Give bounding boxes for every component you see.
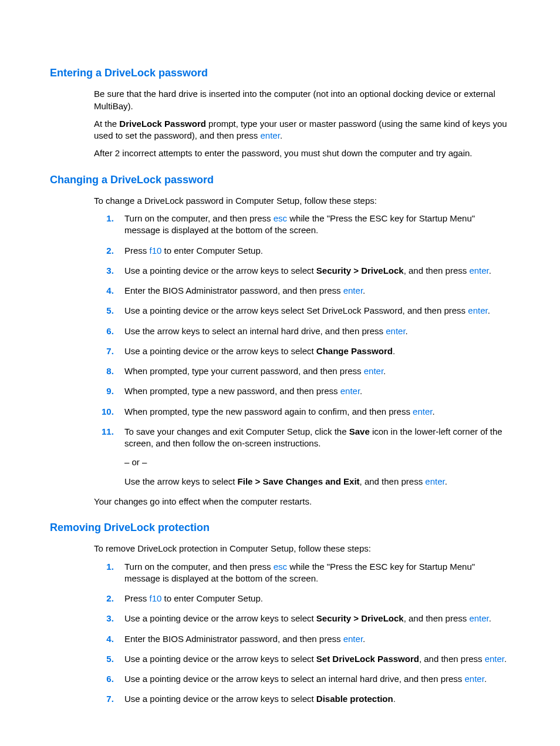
heading-removing-drivelock: Removing DriveLock protection — [50, 520, 513, 535]
key-enter: enter — [468, 305, 487, 315]
key-enter: enter — [413, 406, 432, 416]
key-enter: enter — [343, 634, 363, 644]
list-item: Use a pointing device or the arrow keys … — [116, 613, 513, 624]
key-enter: enter — [469, 613, 488, 623]
paragraph: At the DriveLock Password prompt, type y… — [94, 118, 513, 142]
paragraph: To change a DriveLock password in Comput… — [94, 195, 513, 207]
key-enter: enter — [364, 366, 383, 376]
key-enter: enter — [386, 326, 405, 336]
list-item: When prompted, type the new password aga… — [116, 406, 513, 418]
key-esc: esc — [274, 213, 287, 223]
key-enter: enter — [469, 266, 488, 275]
paragraph: After 2 incorrect attempts to enter the … — [94, 147, 513, 159]
key-enter: enter — [340, 386, 360, 396]
key-f10: f10 — [150, 593, 162, 603]
list-item: Use a pointing device or the arrow keys … — [116, 653, 513, 665]
list-item: Enter the BIOS Administrator password, a… — [116, 633, 513, 645]
list-item: Use a pointing device or the arrow keys … — [116, 693, 513, 705]
list-item: When prompted, type your current passwor… — [116, 365, 513, 377]
key-enter: enter — [485, 654, 504, 664]
key-enter: enter — [261, 130, 280, 140]
list-item: Use a pointing device or the arrow keys … — [116, 673, 513, 685]
list-item: Turn on the computer, and then press esc… — [116, 561, 513, 585]
paragraph: To remove DriveLock protection in Comput… — [94, 543, 513, 555]
list-item: To save your changes and exit Computer S… — [116, 426, 513, 488]
heading-entering-drivelock: Entering a DriveLock password — [50, 66, 513, 80]
or-separator: – or – — [124, 456, 513, 468]
heading-changing-drivelock: Changing a DriveLock password — [50, 173, 513, 187]
key-enter: enter — [343, 285, 363, 295]
paragraph: Be sure that the hard drive is inserted … — [94, 88, 513, 112]
list-item: When prompted, type a new password, and … — [116, 385, 513, 397]
key-enter: enter — [465, 674, 484, 684]
list-item: Use a pointing device or the arrow keys … — [116, 305, 513, 317]
list-item: Press f10 to enter Computer Setup. — [116, 245, 513, 257]
list-item: Turn on the computer, and then press esc… — [116, 213, 513, 237]
key-esc: esc — [274, 562, 287, 572]
list-item: Press f10 to enter Computer Setup. — [116, 593, 513, 604]
paragraph: Your changes go into effect when the com… — [94, 496, 513, 508]
steps-list: Turn on the computer, and then press esc… — [116, 561, 513, 705]
key-enter: enter — [425, 476, 444, 486]
list-item: Use the arrow keys to select an internal… — [116, 325, 513, 337]
list-item: Use a pointing device or the arrow keys … — [116, 265, 513, 277]
list-item: Enter the BIOS Administrator password, a… — [116, 285, 513, 297]
list-item: Use a pointing device or the arrow keys … — [116, 345, 513, 357]
steps-list: Turn on the computer, and then press esc… — [116, 213, 513, 488]
key-f10: f10 — [150, 246, 162, 256]
